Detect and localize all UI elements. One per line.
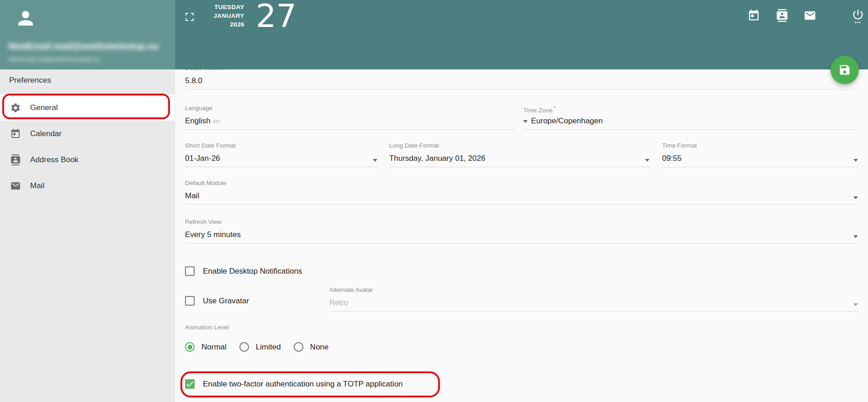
row-totp: Enable two-factor authentication using a… <box>185 379 859 389</box>
month-label: JANUARY <box>192 11 244 20</box>
short-date-format-label: Short Date Format <box>185 142 378 149</box>
radio-limited-label: Limited <box>256 343 281 352</box>
sogo-preferences-screen: SOGo Version 5.8.0 Language Englishen Ti… <box>0 0 868 402</box>
user-avatar-icon <box>15 7 37 29</box>
field-refresh-view[interactable]: Refresh View Every 5 minutes <box>185 218 859 243</box>
sidebar-item-label: Address Book <box>30 155 79 164</box>
use-gravatar-control: Use Gravatar <box>185 296 249 306</box>
row-language-timezone: Language Englishen Time Zone* Europe/Cop… <box>185 104 859 130</box>
time-format-label: Time Format <box>662 142 859 149</box>
language-label: Language <box>185 104 515 112</box>
use-gravatar-checkbox[interactable] <box>185 296 195 306</box>
chevron-down-icon <box>853 196 858 199</box>
required-mark: * <box>553 105 555 111</box>
desktop-notifications-checkbox[interactable] <box>185 266 195 276</box>
totp-checkbox[interactable] <box>185 379 195 389</box>
power-logout-icon[interactable] <box>852 8 864 23</box>
refresh-view-value: Every 5 minutes <box>185 230 859 240</box>
radio-none[interactable] <box>294 342 303 352</box>
field-alternate-avatar[interactable]: Alternate Avatar Retro <box>329 286 859 312</box>
field-underline <box>185 126 515 130</box>
top-header-bar: NewEmail.mail@webhotelsetup.nu NewEmail.… <box>0 0 868 69</box>
user-account-block[interactable]: NewEmail.mail@webhotelsetup.nu NewEmail.… <box>0 0 175 69</box>
language-value: English <box>185 116 211 125</box>
account-email-blurred: NewEmail.mail@webhotelsetup.nu <box>8 41 159 52</box>
sidebar-item-mail[interactable]: Mail <box>0 173 175 199</box>
sidebar-item-label: General <box>30 103 58 112</box>
totp-label: Enable two-factor authentication using a… <box>203 380 403 389</box>
field-underline <box>662 164 859 167</box>
sidebar-item-label: Calendar <box>30 129 62 138</box>
sidebar-items: General Calendar Address Book Mail <box>0 95 175 199</box>
radio-none-label: None <box>310 343 329 352</box>
long-date-format-value: Thursday, January 01, 2026 <box>389 153 651 164</box>
calendar-icon <box>10 128 21 139</box>
year-label: 2026 <box>192 20 244 29</box>
chevron-down-icon <box>373 159 377 162</box>
address-book-icon <box>10 154 21 165</box>
time-zone-label: Time Zone <box>523 107 552 114</box>
field-underline <box>389 164 651 167</box>
chevron-down-icon <box>523 120 528 123</box>
language-code: en <box>213 117 220 125</box>
chevron-down-icon <box>853 159 858 162</box>
field-time-format[interactable]: Time Format 09:55 <box>662 142 859 167</box>
chevron-down-icon <box>645 159 650 162</box>
save-button[interactable] <box>831 56 859 84</box>
row-gravatar: Use Gravatar Alternate Avatar Retro <box>185 286 859 313</box>
radio-normal[interactable] <box>185 342 195 352</box>
field-underline <box>185 240 859 243</box>
account-email-secondary-blurred: NewEmail.mail@webhotelsetup.nu <box>8 56 100 63</box>
calendar-module-icon[interactable] <box>747 9 760 24</box>
chevron-down-icon <box>853 303 858 306</box>
chevron-down-icon <box>853 235 858 238</box>
check-icon <box>185 379 195 389</box>
mail-icon <box>10 180 21 191</box>
animation-level-radio-group: Normal Limited None <box>185 342 859 352</box>
field-underline-dotted <box>329 308 859 312</box>
alternate-avatar-value: Retro <box>329 298 859 308</box>
short-date-format-value: 01-Jan-26 <box>185 153 378 164</box>
preferences-sidebar: Preferences General Calendar Address Boo… <box>0 69 175 402</box>
desktop-notifications-label: Enable Desktop Notifications <box>203 267 302 276</box>
animation-level-label: Animation Level <box>185 323 859 331</box>
field-short-date-format[interactable]: Short Date Format 01-Jan-26 <box>185 142 378 167</box>
gear-icon <box>10 102 21 113</box>
field-language[interactable]: Language Englishen <box>185 104 515 130</box>
row-desktop-notifications: Enable Desktop Notifications <box>185 266 859 276</box>
sidebar-item-general[interactable]: General <box>0 95 175 121</box>
mail-module-icon[interactable] <box>804 9 816 24</box>
refresh-view-label: Refresh View <box>185 218 859 226</box>
row-date-time-formats: Short Date Format 01-Jan-26 Long Date Fo… <box>185 142 859 167</box>
radio-limited[interactable] <box>239 342 249 352</box>
time-zone-value: Europe/Copenhagen <box>531 116 603 125</box>
default-module-label: Default Module <box>185 179 859 187</box>
address-book-module-icon[interactable] <box>776 9 789 24</box>
field-long-date-format[interactable]: Long Date Format Thursday, January 01, 2… <box>389 142 651 167</box>
sidebar-title: Preferences <box>9 76 51 85</box>
radio-normal-label: Normal <box>201 343 227 352</box>
field-time-zone[interactable]: Time Zone* Europe/Copenhagen <box>523 104 859 130</box>
alternate-avatar-label: Alternate Avatar <box>329 286 859 294</box>
radio-dot <box>188 345 192 349</box>
field-underline <box>523 126 859 130</box>
current-date: TUESDAY JANUARY 2026 <box>192 3 244 29</box>
time-format-value: 09:55 <box>662 153 859 164</box>
field-underline <box>185 164 378 167</box>
field-underline <box>185 86 859 90</box>
save-floppy-icon <box>838 63 851 76</box>
sidebar-item-address-book[interactable]: Address Book <box>0 147 175 173</box>
default-module-value: Mail <box>185 191 859 201</box>
field-underline <box>185 201 859 205</box>
sidebar-item-calendar[interactable]: Calendar <box>0 121 175 147</box>
weekday-label: TUESDAY <box>192 3 244 11</box>
field-default-module[interactable]: Default Module Mail <box>185 179 859 205</box>
sogo-version-value: 5.8.0 <box>185 76 859 86</box>
long-date-format-label: Long Date Format <box>389 142 651 149</box>
day-number: 27 <box>256 0 296 35</box>
use-gravatar-label: Use Gravatar <box>203 296 249 306</box>
sidebar-item-label: Mail <box>30 181 44 190</box>
